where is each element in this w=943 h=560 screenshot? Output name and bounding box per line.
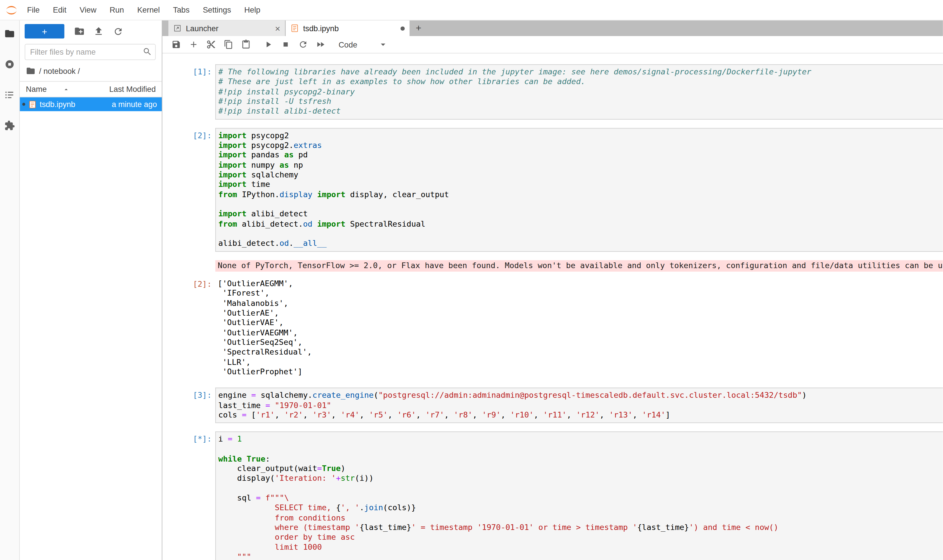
file-row[interactable]: tsdb.ipynb a minute ago	[20, 97, 162, 111]
file-browser-panel: + / notebo	[20, 20, 162, 560]
code-line: import psycopg2.extras	[218, 140, 943, 150]
add-cell-icon[interactable]	[188, 40, 198, 50]
notebook-cells: [1]:# The following libraries have alrea…	[162, 65, 943, 560]
column-last-modified[interactable]: Last Modified	[110, 85, 156, 94]
output-line: 'OutlierVAEGMM',	[218, 328, 943, 338]
paste-cells-icon[interactable]	[241, 40, 251, 50]
cell-prompt: [*]:	[162, 432, 215, 560]
column-name[interactable]: Name	[26, 85, 47, 94]
cell-prompt: [1]:	[162, 65, 215, 119]
running-sessions-icon[interactable]	[4, 58, 16, 71]
menu-item-run[interactable]: Run	[103, 5, 131, 14]
output-line: 'LLR',	[218, 357, 943, 367]
sort-ascending-icon[interactable]	[62, 86, 69, 93]
menu-item-tabs[interactable]: Tabs	[167, 5, 196, 14]
menu-item-file[interactable]: File	[20, 5, 46, 14]
notebook-file-icon	[28, 100, 37, 108]
menu-item-kernel[interactable]: Kernel	[131, 5, 167, 14]
upload-icon[interactable]	[92, 25, 105, 38]
code-line: last_time = "1970-01-01"	[218, 401, 943, 410]
refresh-icon[interactable]	[111, 25, 124, 38]
code-line: alibi_detect.od.__all__	[218, 238, 943, 248]
menu-item-edit[interactable]: Edit	[46, 5, 73, 14]
code-line	[218, 229, 943, 238]
jupyter-logo-icon	[5, 3, 18, 17]
restart-kernel-icon[interactable]	[298, 40, 308, 50]
interrupt-kernel-icon[interactable]	[280, 40, 291, 50]
cell-prompt: [2]:	[162, 128, 215, 252]
code-line: i = 1	[218, 435, 943, 445]
filter-files-input[interactable]	[25, 44, 156, 60]
output-line: 'SpectralResidual',	[218, 348, 943, 357]
run-cell-icon[interactable]	[263, 40, 273, 50]
code-line: from alibi_detect.od import SpectralResi…	[218, 219, 943, 229]
code-line: engine = sqlalchemy.create_engine("postg…	[218, 391, 943, 400]
code-line: #!pip install -U tsfresh	[218, 97, 943, 106]
cell-editor[interactable]: i = 1while True: clear_output(wait=True)…	[215, 432, 943, 560]
file-modified: a minute ago	[112, 100, 157, 109]
cell-editor[interactable]: import psycopg2import psycopg2.extrasimp…	[215, 128, 943, 252]
file-browser-toolbar: +	[20, 23, 162, 39]
output-line: 'Mahalanobis',	[218, 298, 943, 308]
copy-cells-icon[interactable]	[223, 40, 233, 50]
cell-prompt: [2]:	[162, 277, 215, 380]
code-line: import time	[218, 180, 943, 189]
code-line: import pandas as pd	[218, 151, 943, 160]
cell-type-select[interactable]: Code	[338, 40, 357, 49]
jupyterlab-app: File Edit View Run Kernel Tabs Settings …	[0, 0, 943, 560]
code-line: from IPython.display import display, cle…	[218, 190, 943, 200]
cell-prompt: [3]:	[162, 388, 215, 423]
breadcrumb-path: / notebook /	[39, 66, 80, 75]
tab-label: tsdb.ipynb	[303, 24, 396, 33]
new-launcher-button[interactable]: +	[25, 24, 65, 38]
cut-cells-icon[interactable]	[205, 40, 216, 50]
cell-editor[interactable]: # The following libraries have already b…	[215, 65, 943, 119]
code-cell: [3]:engine = sqlalchemy.create_engine("p…	[162, 388, 943, 423]
folder-icon	[26, 66, 35, 76]
chevron-down-icon[interactable]	[378, 39, 389, 50]
code-cell: [1]:# The following libraries have alrea…	[162, 65, 943, 119]
breadcrumb[interactable]: / notebook /	[20, 61, 162, 79]
cell-editor[interactable]: engine = sqlalchemy.create_engine("postg…	[215, 388, 943, 423]
tab-label: Launcher	[186, 24, 271, 33]
output-line: 'OutlierAE',	[218, 308, 943, 318]
code-line: order by time asc	[218, 533, 943, 543]
file-list-header: Name Last Modified	[20, 81, 162, 98]
file-browser-icon[interactable]	[4, 28, 16, 40]
tab-launcher[interactable]: Launcher ×	[168, 20, 286, 36]
notebook-toolbar: Code	[162, 36, 943, 54]
search-icon	[143, 47, 152, 57]
notebook-scroll-area[interactable]: [1]:# The following libraries have alrea…	[162, 54, 943, 560]
stderr-output: None of PyTorch, TensorFlow >= 2.0, or F…	[215, 260, 943, 272]
code-line: import sqlalchemy	[218, 170, 943, 180]
code-line: #!pip install psycopg2-binary	[218, 87, 943, 97]
save-icon[interactable]	[171, 40, 181, 50]
code-line: where (timestamp '{last_time}' = timesta…	[218, 523, 943, 532]
new-folder-icon[interactable]	[73, 25, 86, 38]
notebook-icon	[290, 24, 299, 32]
unsaved-changes-dot-icon[interactable]	[401, 26, 405, 30]
new-tab-button[interactable]: +	[409, 20, 428, 36]
main-dock-panel: Launcher × tsdb.ipynb +	[162, 20, 943, 560]
code-line	[218, 484, 943, 493]
extensions-icon[interactable]	[4, 120, 16, 132]
output-line: 'OutlierProphet']	[218, 367, 943, 377]
menu-bar: File Edit View Run Kernel Tabs Settings …	[0, 0, 943, 20]
menu-item-help[interactable]: Help	[238, 5, 267, 14]
code-line: while True:	[218, 454, 943, 464]
code-line: # These are just left in as examples to …	[218, 77, 943, 87]
tab-notebook[interactable]: tsdb.ipynb	[286, 20, 409, 36]
running-kernel-dot-icon	[22, 103, 25, 106]
output-line: ['OutlierAEGMM',	[218, 279, 943, 288]
output-line: 'OutlierSeq2Seq',	[218, 338, 943, 348]
menu-item-settings[interactable]: Settings	[196, 5, 238, 14]
table-of-contents-icon[interactable]	[4, 89, 16, 101]
menu-item-view[interactable]: View	[73, 5, 103, 14]
code-cell: [2]:import psycopg2import psycopg2.extra…	[162, 128, 943, 252]
code-line: limit 1000	[218, 543, 943, 552]
code-line: SELECT time, {', '.join(cols)}	[218, 503, 943, 513]
close-icon[interactable]: ×	[275, 24, 280, 33]
code-line: #!pip install alibi-detect	[218, 106, 943, 116]
restart-run-all-icon[interactable]	[315, 40, 325, 50]
code-line: sql = f"""\	[218, 493, 943, 503]
